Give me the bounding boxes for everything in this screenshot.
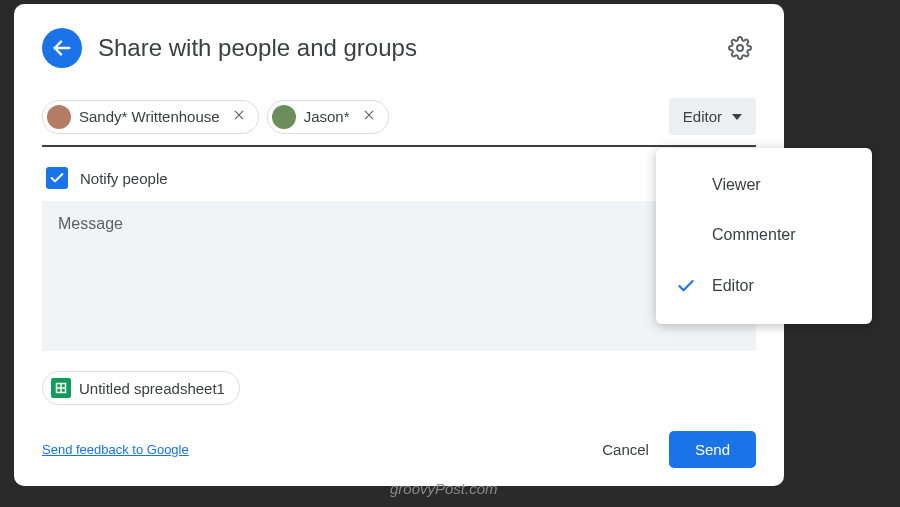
notify-row: Notify people <box>42 163 756 201</box>
attachment-chip[interactable]: Untitled spreadsheet1 <box>42 371 240 405</box>
back-button[interactable] <box>42 28 82 68</box>
caret-down-icon <box>732 114 742 120</box>
role-option-label: Commenter <box>712 226 796 244</box>
person-chip[interactable]: Sandy* Writtenhouse <box>42 100 259 134</box>
avatar <box>47 105 71 129</box>
check-icon <box>676 276 696 296</box>
dialog-footer: Send feedback to Google Cancel Send <box>42 431 756 468</box>
person-chip[interactable]: Jason* <box>267 100 389 134</box>
role-selected-label: Editor <box>683 108 722 125</box>
check-icon <box>49 170 65 186</box>
people-chips[interactable]: Sandy* Writtenhouse Jason* <box>42 100 657 134</box>
close-icon <box>362 108 376 122</box>
person-chip-label: Sandy* Writtenhouse <box>79 108 220 125</box>
gear-icon <box>728 36 752 60</box>
arrow-left-icon <box>51 37 73 59</box>
role-option-label: Editor <box>712 277 754 295</box>
role-option-label: Viewer <box>712 176 761 194</box>
attachment-label: Untitled spreadsheet1 <box>79 380 225 397</box>
cancel-button[interactable]: Cancel <box>582 431 669 468</box>
close-icon <box>232 108 246 122</box>
notify-label: Notify people <box>80 170 168 187</box>
people-input-row: Sandy* Writtenhouse Jason* Editor <box>42 92 756 147</box>
sheets-icon <box>51 378 71 398</box>
person-chip-label: Jason* <box>304 108 350 125</box>
notify-checkbox[interactable] <box>46 167 68 189</box>
settings-button[interactable] <box>724 32 756 64</box>
dropdown-check-slot <box>676 276 712 296</box>
remove-person-button[interactable] <box>228 108 250 126</box>
send-button[interactable]: Send <box>669 431 756 468</box>
message-input[interactable]: Message <box>42 201 756 351</box>
role-selector[interactable]: Editor <box>669 98 756 135</box>
dialog-header: Share with people and groups <box>42 28 756 68</box>
remove-person-button[interactable] <box>358 108 380 126</box>
svg-point-1 <box>737 45 743 51</box>
role-option-viewer[interactable]: Viewer <box>656 160 872 210</box>
role-option-editor[interactable]: Editor <box>656 260 872 312</box>
message-placeholder: Message <box>58 215 123 232</box>
feedback-link[interactable]: Send feedback to Google <box>42 442 582 457</box>
avatar <box>272 105 296 129</box>
watermark: groovyPost.com <box>390 480 498 497</box>
role-dropdown-menu: Viewer Commenter Editor <box>656 148 872 324</box>
role-option-commenter[interactable]: Commenter <box>656 210 872 260</box>
dialog-title: Share with people and groups <box>98 34 708 62</box>
